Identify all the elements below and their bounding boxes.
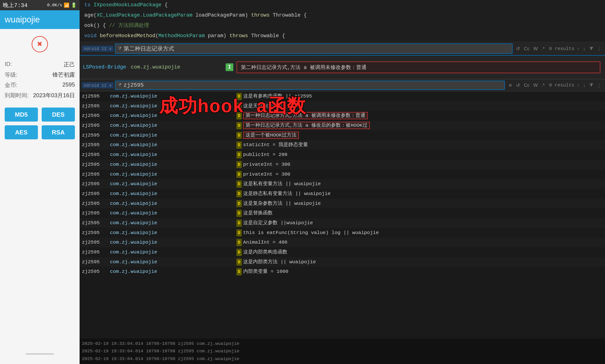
table-row: zj2595 com.zj.wuaipojie D内部类变量 = 1000 — [80, 267, 605, 277]
level-value: 锋芒初露 — [53, 71, 75, 78]
md5-button[interactable]: MD5 — [5, 107, 38, 122]
d-badge: D — [236, 93, 242, 100]
d-badge: D — [236, 259, 242, 266]
wifi-icon: 🔋 — [71, 2, 77, 8]
d-badge: D — [236, 249, 242, 256]
android-version-badge-1[interactable]: ndroid 12 ∨ — [82, 46, 113, 52]
coins-value: 2595 — [63, 81, 75, 89]
col-package: com.zj.wuaipojie — [110, 190, 176, 198]
d-badge: D — [236, 132, 242, 139]
rsa-button[interactable]: RSA — [42, 125, 75, 139]
error-icon-container: ✖ — [32, 36, 48, 52]
app-title: wuaipojie — [5, 15, 40, 25]
des-button[interactable]: DES — [42, 107, 75, 122]
col-tag: zj2595 — [82, 112, 110, 120]
word-match-1[interactable]: W — [532, 46, 539, 52]
col-package: com.zj.wuaipojie — [110, 102, 176, 110]
col-message: this is eatFunc(String value) log || wua… — [243, 230, 379, 235]
col-package: com.zj.wuaipojie — [110, 151, 176, 159]
col-package: com.zj.wuaipojie — [110, 238, 176, 247]
regex-1[interactable]: .* — [540, 46, 546, 52]
close-button-2[interactable]: ✕ — [507, 82, 513, 89]
col-tag: zj2595 — [82, 229, 110, 237]
col-package: com.zj.wuaipojie — [110, 160, 176, 169]
col-tag: zj2595 — [82, 180, 110, 188]
d-badge: D — [236, 220, 242, 227]
col-tag: zj2595 — [82, 267, 110, 276]
expiry-label: 到期时间: — [5, 92, 29, 99]
col-tag: zj2595 — [82, 258, 110, 266]
d-badge: D — [236, 103, 242, 110]
case-sensitive-2[interactable]: Cc — [522, 82, 531, 88]
expiry-value: 2023年03月16日 — [33, 92, 75, 99]
code-line-1: ts IXposedHookLoadPackage { — [84, 0, 600, 10]
app-body: ✖ ID: 正己 等级: 锋芒初露 金币: 2595 到期时间: 2023年03… — [0, 29, 80, 364]
more-options-2[interactable]: ⋮ — [596, 82, 603, 89]
search-text-1: 第二种日志记录方式 — [124, 45, 510, 52]
search-input-wrapper-2[interactable]: ⧩ zj2595 — [115, 81, 505, 90]
d-badge: D — [236, 190, 242, 197]
table-row: zj2595 com.zj.wuaipojie D这是一个被HOOK过方法 — [80, 130, 605, 140]
col-message: 这是内部类方法 || wuaipojie — [243, 259, 316, 265]
bottom-log-line-1: 2025-02-19 19:33:04.014 10798-10798 zj25… — [82, 340, 603, 347]
col-tag: zj2595 — [82, 219, 110, 227]
d-badge: D — [236, 229, 242, 237]
replay-button-2[interactable]: ↺ — [515, 82, 521, 89]
info-row-id: ID: 正己 — [5, 59, 75, 70]
filter-results-2[interactable]: ⧩ — [588, 82, 594, 88]
col-tag: zj2595 — [82, 131, 110, 140]
word-match-2[interactable]: W — [532, 82, 539, 88]
search-input-wrapper-1[interactable]: ⧩ 第二种日志记录方式 — [115, 43, 512, 54]
col-tag: zj2595 — [82, 151, 110, 159]
lsposed-message-container: I 第二种日志记录方式,方法 a 被调用未修改参数：普通 — [220, 62, 605, 73]
search-text-2: zj2595 — [124, 82, 502, 88]
next-result-1[interactable]: ↓ — [582, 46, 587, 52]
col-package: com.zj.wuaipojie — [110, 170, 176, 179]
col-tag: zj2595 — [82, 248, 110, 257]
col-tag: zj2595 — [82, 199, 110, 208]
d-badge: D — [236, 268, 242, 275]
col-package: com.zj.wuaipojie — [110, 229, 176, 237]
d-badge: D — [236, 151, 242, 158]
table-row: zj2595 com.zj.wuaipojie D第一种日志记录方式,方法 a … — [80, 121, 605, 130]
android-version-badge-2[interactable]: ndroid 12 ∨ — [82, 82, 113, 88]
col-message: 内部类变量 = 1000 — [243, 269, 288, 274]
col-message: 这是私有变量方法 || wuaipojie — [243, 181, 321, 187]
col-message: AnimalInt = 400 — [243, 240, 288, 245]
lsposed-tag: LSPosed-Bridge — [83, 64, 126, 70]
col-package: com.zj.wuaipojie — [110, 121, 176, 130]
table-body: zj2595 com.zj.wuaipojie D这是有参构造函数 || zj2… — [80, 91, 605, 338]
filter-results-1[interactable]: ⧩ — [588, 46, 594, 52]
case-sensitive-1[interactable]: Cc — [522, 46, 531, 52]
col-tag: zj2595 — [82, 170, 110, 179]
info-row-level: 等级: 锋芒初露 — [5, 70, 75, 80]
info-row-expiry: 到期时间: 2023年03月16日 — [5, 90, 75, 101]
more-options-1[interactable]: ⋮ — [596, 45, 603, 52]
table-row: zj2595 com.zj.wuaipojie Dthis is eatFunc… — [80, 228, 605, 238]
col-message: staticInt = 我是静态变量 — [243, 142, 308, 147]
id-value: 正己 — [64, 61, 75, 68]
col-package: com.zj.wuaipojie — [110, 209, 176, 217]
code-editor-top: ts IXposedHookLoadPackage { age(XC_LoadP… — [80, 0, 605, 42]
col-tag: zj2595 — [82, 209, 110, 217]
col-tag: zj2595 — [82, 160, 110, 169]
next-result-2[interactable]: ↓ — [582, 82, 587, 88]
search-bar-1: ndroid 12 ∨ ⧩ 第二种日志记录方式 ↺ Cc W .* 0 resu… — [80, 42, 605, 56]
prev-result-1[interactable]: ↑ — [576, 46, 580, 52]
col-message: 这是有参构造函数 || zj2595 — [243, 93, 312, 99]
col-tag: zj2595 — [82, 102, 110, 110]
d-badge: D — [236, 122, 242, 129]
crypto-button-grid: MD5 DES AES RSA — [5, 107, 75, 139]
col-package: com.zj.wuaipojie — [110, 219, 176, 227]
d-badge: D — [236, 200, 242, 207]
code-line-4: void beforeHookedMethod(MethodHookParam … — [84, 31, 600, 41]
table-row: zj2595 com.zj.wuaipojie DprivateInt = 30… — [80, 160, 605, 169]
aes-button[interactable]: AES — [5, 125, 38, 139]
table-row: zj2595 com.zj.wuaipojie D这是私有变量方法 || wua… — [80, 179, 605, 189]
table-row: zj2595 com.zj.wuaipojie D这是无参构造函数 — [80, 101, 605, 111]
col-package: com.zj.wuaipojie — [110, 141, 176, 149]
prev-result-2[interactable]: ↑ — [576, 82, 580, 88]
regex-2[interactable]: .* — [540, 82, 546, 88]
replay-button-1[interactable]: ↺ — [515, 45, 521, 52]
table-row: zj2595 com.zj.wuaipojie DprivateInt = 30… — [80, 169, 605, 179]
